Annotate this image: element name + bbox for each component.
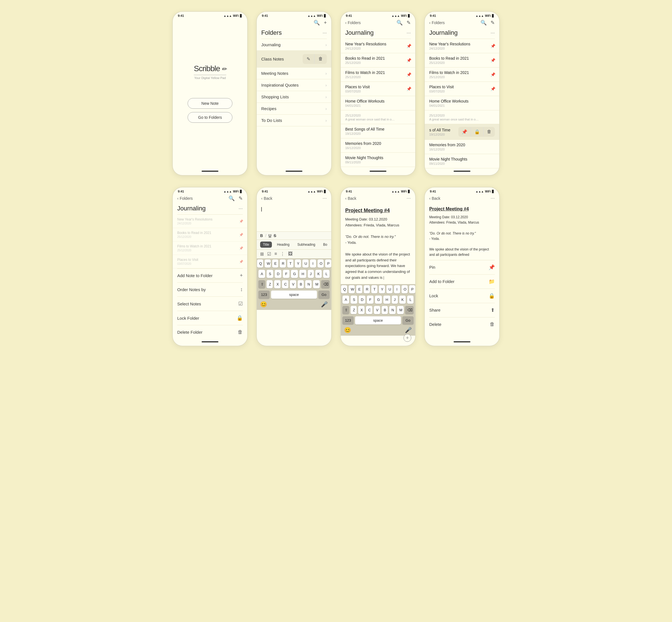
key-l[interactable]: L bbox=[323, 270, 330, 278]
image-insert-icon[interactable]: 🖼 bbox=[288, 251, 293, 257]
note-menu-share[interactable]: Share ⬆ bbox=[429, 303, 495, 317]
trash-action-btn[interactable]: 🗑 bbox=[484, 127, 495, 137]
kb7-y[interactable]: Y bbox=[379, 285, 385, 293]
delete-folder-btn[interactable]: 🗑 bbox=[314, 54, 327, 64]
kb7-m[interactable]: M bbox=[397, 306, 404, 314]
key-a[interactable]: A bbox=[258, 270, 265, 278]
bold-btn[interactable]: B bbox=[260, 233, 263, 238]
folder-todo[interactable]: To Do Lists › bbox=[257, 114, 331, 126]
menu-lock-folder[interactable]: Lock Folder 🔒 bbox=[177, 311, 243, 325]
folder-journaling[interactable]: Journaling › bbox=[257, 39, 331, 51]
note-menu-delete[interactable]: Delete 🗑 bbox=[429, 317, 495, 331]
key-q[interactable]: Q bbox=[257, 260, 263, 268]
note-item-4[interactable]: Places to Visit 03/07/2020 📌 bbox=[341, 82, 415, 96]
back-folders-3[interactable]: ‹ Folders bbox=[345, 21, 361, 25]
kb7-go[interactable]: Go bbox=[402, 316, 414, 324]
kb7-t[interactable]: T bbox=[371, 285, 377, 293]
kb7-e[interactable]: E bbox=[356, 285, 362, 293]
editor-menu-icon[interactable]: ··· bbox=[323, 195, 327, 201]
bullet-insert-icon[interactable]: ⋮ bbox=[280, 251, 285, 257]
kb7-u[interactable]: U bbox=[386, 285, 393, 293]
key-go[interactable]: Go bbox=[319, 290, 330, 299]
kb7-s[interactable]: S bbox=[350, 296, 357, 304]
key-k[interactable]: K bbox=[315, 270, 322, 278]
note-view-menu-icon[interactable]: ··· bbox=[407, 195, 411, 201]
folder-meeting-notes[interactable]: Meeting Notes › bbox=[257, 68, 331, 79]
note-menu-pin[interactable]: Pin 📌 bbox=[429, 260, 495, 275]
menu-order-notes[interactable]: Order Notes by ↕ bbox=[177, 283, 243, 297]
note-item-4-9[interactable]: Movie Night Thoughts 09/11/2020 bbox=[425, 154, 499, 168]
kb7-w[interactable]: W bbox=[348, 285, 355, 293]
note-menu-add-folder[interactable]: Add to Folder 📁 bbox=[429, 275, 495, 289]
kb7-l[interactable]: L bbox=[407, 296, 414, 304]
kb7-k[interactable]: K bbox=[399, 296, 406, 304]
kb7-shift[interactable]: ⇧ bbox=[342, 306, 349, 314]
key-c[interactable]: C bbox=[282, 280, 288, 288]
note-item-4-8[interactable]: Memories from 2020 16/12/2020 bbox=[425, 140, 499, 154]
search-icon-folders[interactable]: 🔍 bbox=[313, 20, 320, 26]
search-icon-4[interactable]: 🔍 bbox=[481, 20, 487, 26]
body-chip[interactable]: Bo bbox=[320, 242, 330, 248]
note-item-4-6[interactable]: 25/12/2020 A great woman once said that … bbox=[425, 110, 499, 124]
key-b[interactable]: B bbox=[298, 280, 304, 288]
notes-menu-4[interactable]: ··· bbox=[491, 30, 495, 36]
note-item-3[interactable]: Films to Watch in 2021 25/12/2020 📌 bbox=[341, 68, 415, 82]
underline-btn[interactable]: U bbox=[268, 233, 271, 238]
note-item-4-5[interactable]: Home Office Workouts 04/01/2021 bbox=[425, 96, 499, 110]
menu-select-notes[interactable]: Select Notes ☑ bbox=[177, 297, 243, 311]
key-m[interactable]: M bbox=[313, 280, 320, 288]
kb7-f[interactable]: F bbox=[367, 296, 373, 304]
notes-menu-3[interactable]: ··· bbox=[407, 30, 411, 36]
kb7-i[interactable]: I bbox=[394, 285, 400, 293]
kb7-r[interactable]: R bbox=[364, 285, 370, 293]
checkbox-insert-icon[interactable]: ☑ bbox=[267, 251, 271, 257]
back-editor[interactable]: ‹ Back bbox=[261, 196, 272, 201]
kb7-z[interactable]: Z bbox=[350, 306, 357, 314]
compose-icon-5[interactable]: ✎ bbox=[238, 195, 243, 202]
key-r[interactable]: R bbox=[280, 260, 286, 268]
add-folder-icon[interactable]: + bbox=[324, 20, 327, 26]
key-j[interactable]: J bbox=[308, 270, 314, 278]
compose-icon-3[interactable]: ✎ bbox=[407, 20, 411, 26]
key-x[interactable]: X bbox=[274, 280, 281, 288]
mic-btn-7[interactable]: 🎤 bbox=[405, 327, 412, 334]
back-note-view[interactable]: ‹ Back bbox=[345, 196, 357, 201]
kb7-n[interactable]: N bbox=[389, 306, 396, 314]
strikethrough-btn[interactable]: S bbox=[273, 233, 276, 238]
key-backspace[interactable]: ⌫ bbox=[321, 280, 330, 288]
key-f[interactable]: F bbox=[283, 270, 289, 278]
folder-class-notes[interactable]: Class Notes ✎ 🗑 bbox=[257, 51, 331, 68]
go-to-folders-button[interactable]: Go to Folders bbox=[188, 112, 232, 123]
lock-action-btn[interactable]: 🔒 bbox=[471, 127, 484, 137]
key-n[interactable]: N bbox=[305, 280, 312, 288]
note-item-4-3[interactable]: Films to Watch in 2021 25/12/2020 📌 bbox=[425, 68, 499, 82]
folder-inspirational[interactable]: Inspirational Quotes › bbox=[257, 79, 331, 91]
kb7-v[interactable]: V bbox=[374, 306, 380, 314]
note-item-5[interactable]: Home Office Workouts 04/01/2021 bbox=[341, 96, 415, 110]
note-item-4-1[interactable]: New Year's Resolutions 24/12/2020 📌 bbox=[425, 39, 499, 53]
subheading-chip[interactable]: Subheading bbox=[295, 242, 318, 248]
key-g[interactable]: G bbox=[291, 270, 298, 278]
folder-shopping[interactable]: Shopping Lists › bbox=[257, 91, 331, 103]
key-s[interactable]: S bbox=[267, 270, 273, 278]
note-item-9[interactable]: Movie Night Thoughts 09/11/2020 bbox=[341, 153, 415, 167]
key-o[interactable]: O bbox=[318, 260, 324, 268]
search-icon-5[interactable]: 🔍 bbox=[228, 195, 235, 202]
note-item-8[interactable]: Memories from 2020 16/12/2020 bbox=[341, 138, 415, 153]
heading-chip[interactable]: Heading bbox=[274, 242, 292, 248]
add-content-btn[interactable]: + bbox=[404, 334, 411, 342]
key-h[interactable]: H bbox=[299, 270, 306, 278]
back-folders-4[interactable]: ‹ Folders bbox=[429, 21, 445, 25]
kb7-a[interactable]: A bbox=[342, 296, 349, 304]
note-item-6[interactable]: 25/12/2020 A great woman once said that … bbox=[341, 110, 415, 124]
kb7-h[interactable]: H bbox=[383, 296, 390, 304]
new-note-button[interactable]: New Note bbox=[188, 98, 232, 109]
note-item-4-4[interactable]: Places to Visit 03/07/2020 📌 bbox=[425, 82, 499, 96]
menu-add-note[interactable]: Add Note to Folder + bbox=[177, 269, 243, 283]
note-item-4-2[interactable]: Books to Read in 2021 25/12/2020 📌 bbox=[425, 53, 499, 68]
back-folders-5[interactable]: ‹ Folders bbox=[177, 196, 193, 201]
note-item-1[interactable]: New Year's Resolutions 24/12/2020 📌 bbox=[341, 39, 415, 53]
list-insert-icon[interactable]: ≡ bbox=[274, 251, 277, 257]
key-u[interactable]: U bbox=[302, 260, 308, 268]
kb7-p[interactable]: P bbox=[409, 285, 415, 293]
